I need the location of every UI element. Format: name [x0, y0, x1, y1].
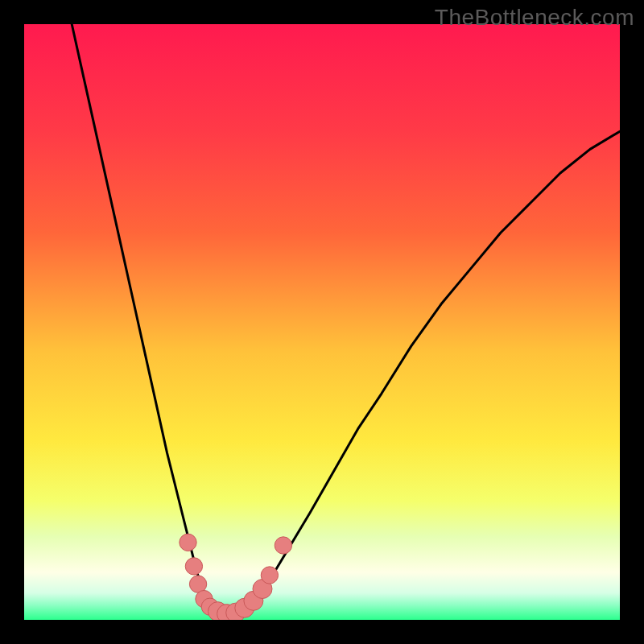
chart-background: [24, 24, 620, 620]
bottleneck-chart: [24, 24, 620, 620]
chart-frame: TheBottleneck.com: [0, 0, 644, 644]
plot-area: [24, 24, 620, 620]
data-marker: [261, 567, 278, 584]
watermark-text: TheBottleneck.com: [435, 5, 634, 31]
data-marker: [275, 537, 291, 554]
data-marker: [180, 534, 196, 551]
data-marker: [185, 558, 202, 575]
